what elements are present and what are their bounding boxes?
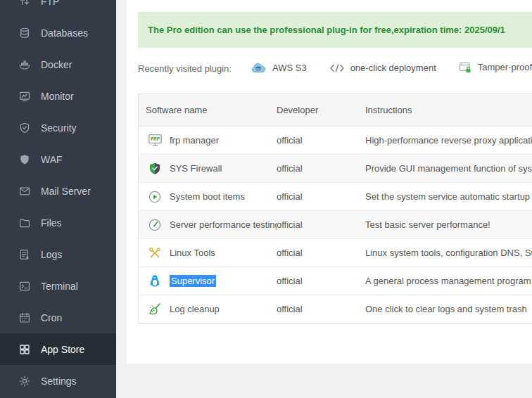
sidebar-item-label: Databases — [41, 27, 88, 39]
sidebar-item-files[interactable]: Files — [0, 207, 116, 238]
sidebar-item-app-store[interactable]: App Store — [0, 333, 116, 365]
mail-icon — [18, 185, 31, 198]
cell-instructions: Set the system service automatic startup — [365, 191, 532, 202]
aws-s3-icon: aws — [251, 62, 267, 74]
cell-software-name: System boot items — [139, 189, 277, 205]
pro-banner-text: The Pro edition can use the professional… — [148, 25, 505, 35]
table-row-sys-firewall[interactable]: SYS Firewall official Provide GUI manage… — [139, 155, 532, 183]
header-developer: Developer — [277, 105, 365, 115]
sidebar-item-terminal[interactable]: Terminal — [0, 270, 116, 302]
sidebar-item-label: Files — [41, 217, 62, 229]
plugin-table: Software name Developer Instructions FRP… — [138, 94, 532, 324]
docker-icon — [18, 58, 31, 71]
sidebar-item-waf[interactable]: WAF — [0, 143, 116, 175]
cell-developer: official — [277, 191, 365, 202]
sidebar-item-label: Cron — [41, 312, 62, 323]
frp-icon: FRP — [147, 133, 163, 148]
code-icon — [329, 63, 345, 74]
sidebar-item-label: Docker — [41, 59, 72, 70]
app-store-page: FTP Databases Docker Monitor Security WA… — [0, 0, 532, 398]
security-icon — [18, 122, 31, 134]
sidebar-nav: FTP Databases Docker Monitor Security WA… — [0, 0, 116, 397]
sidebar-item-mail-server[interactable]: Mail Server — [0, 175, 116, 207]
sidebar-item-security[interactable]: Security — [0, 112, 116, 143]
logs-icon — [18, 248, 31, 261]
cell-developer: official — [277, 276, 365, 286]
svg-text:FRP: FRP — [150, 136, 160, 141]
plugin-table-body: FRP frp manager official High-performanc… — [139, 127, 532, 323]
cell-developer: official — [277, 304, 365, 314]
table-row-supervisor[interactable]: Supervisor official A general process ma… — [139, 267, 532, 295]
sidebar: FTP Databases Docker Monitor Security WA… — [0, 0, 116, 398]
plugin-name: Supervisor — [170, 275, 216, 287]
settings-icon — [18, 375, 31, 387]
monitor-icon — [18, 90, 31, 103]
appstore-icon — [18, 343, 31, 356]
pro-banner: The Pro edition can use the professional… — [138, 12, 532, 48]
sidebar-item-monitor[interactable]: Monitor — [0, 80, 116, 112]
sidebar-item-label: FTP — [41, 0, 59, 7]
sidebar-item-ftp[interactable]: FTP — [0, 0, 116, 17]
linux-tools-icon — [147, 245, 163, 261]
recent-plugins-bar: Recently visited plugin: aws AWS S3 one-… — [138, 60, 532, 77]
sidebar-item-label: WAF — [41, 154, 63, 165]
plugin-name: frp manager — [170, 135, 219, 146]
sidebar-item-label: Security — [41, 122, 77, 134]
cell-developer: official — [277, 135, 365, 146]
plugin-name: Log cleanup — [170, 304, 220, 314]
plugin-name: Linux Tools — [170, 248, 215, 258]
files-icon — [18, 217, 31, 229]
sidebar-item-docker[interactable]: Docker — [0, 49, 116, 80]
header-software-name: Software name — [139, 105, 277, 115]
cell-software-name: Log cleanup — [139, 302, 277, 317]
cell-software-name: Linux Tools — [139, 245, 277, 261]
gauge-icon — [147, 217, 163, 233]
table-row-linux-tools[interactable]: Linux Tools official Linux system tools,… — [139, 239, 532, 267]
cell-instructions: Linux system tools, configuration DNS, S… — [365, 248, 532, 258]
cell-software-name: SYS Firewall — [139, 161, 277, 176]
sidebar-item-label: Logs — [41, 249, 62, 260]
databases-icon — [18, 27, 31, 39]
waf-icon — [18, 153, 31, 166]
recent-plugin-aws-s3[interactable]: aws AWS S3 — [251, 62, 307, 74]
content-panel: The Pro edition can use the professional… — [127, 0, 532, 364]
cell-instructions: A general process management program — [365, 276, 532, 286]
sidebar-item-cron[interactable]: Cron — [0, 302, 116, 333]
recent-plugins-list: aws AWS S3 one-click deployment Tamper-p… — [251, 61, 532, 76]
cell-instructions: Test basic server performance! — [365, 219, 532, 230]
sidebar-item-databases[interactable]: Databases — [0, 17, 116, 49]
table-row-frp-manager[interactable]: FRP frp manager official High-performanc… — [139, 127, 532, 155]
cell-software-name: Server performance testing — [139, 217, 277, 233]
sidebar-item-label: Mail Server — [41, 186, 91, 197]
sidebar-item-label: Settings — [41, 375, 77, 387]
sidebar-item-settings[interactable]: Settings — [0, 365, 116, 397]
recent-plugin-label: Tamper-proof f — [478, 62, 532, 72]
log-cleanup-icon — [147, 302, 163, 317]
cell-instructions: One click to clear logs and system trash — [365, 304, 532, 314]
plugin-table-header: Software name Developer Instructions — [139, 94, 532, 127]
boot-icon — [147, 189, 163, 205]
ftp-icon — [18, 0, 31, 8]
cell-instructions: High-performance reverse proxy applicati — [365, 135, 532, 146]
cell-software-name: Supervisor — [139, 274, 277, 289]
tamper-proof-icon — [459, 61, 472, 74]
cron-icon — [18, 312, 31, 324]
supervisor-icon — [147, 274, 163, 289]
plugin-name: SYS Firewall — [170, 163, 222, 174]
plugin-name: System boot items — [170, 191, 245, 202]
header-instructions: Instructions — [365, 105, 532, 115]
sidebar-item-label: Terminal — [41, 281, 78, 292]
cell-software-name: FRP frp manager — [139, 133, 277, 148]
cell-developer: official — [277, 163, 365, 174]
cell-developer: official — [277, 248, 365, 258]
plugin-name: Server performance testing — [170, 219, 277, 230]
table-row-system-boot-items[interactable]: System boot items official Set the syste… — [139, 183, 532, 211]
recent-plugin-label: AWS S3 — [272, 63, 307, 73]
recent-plugins-label: Recently visited plugin: — [138, 63, 232, 74]
sidebar-item-logs[interactable]: Logs — [0, 238, 116, 270]
table-row-server-performance-testing[interactable]: Server performance testing official Test… — [139, 211, 532, 239]
terminal-icon — [18, 280, 31, 293]
recent-plugin-one-click-deployment[interactable]: one-click deployment — [329, 63, 436, 74]
recent-plugin-tamper-proof-f[interactable]: Tamper-proof f — [459, 61, 532, 74]
table-row-log-cleanup[interactable]: Log cleanup official One click to clear … — [139, 295, 532, 323]
